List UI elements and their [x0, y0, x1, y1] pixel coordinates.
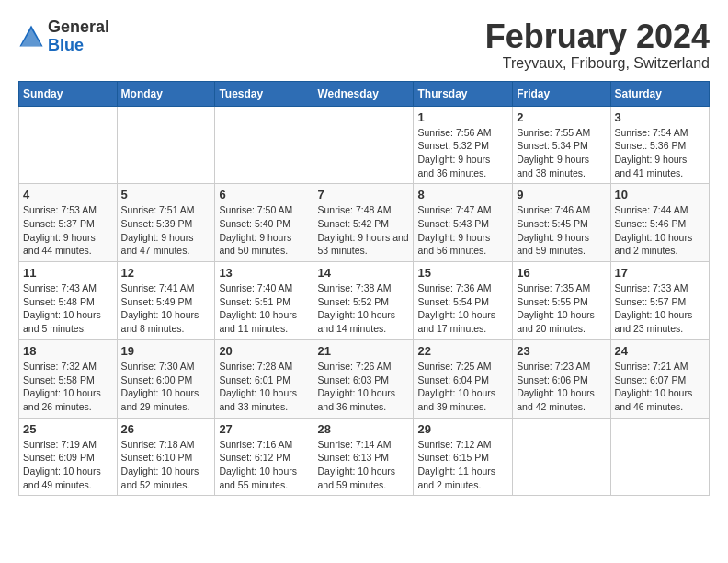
calendar-cell: 21Sunrise: 7:26 AM Sunset: 6:03 PM Dayli… — [313, 339, 414, 418]
day-number: 28 — [317, 422, 409, 436]
calendar-cell: 7Sunrise: 7:48 AM Sunset: 5:42 PM Daylig… — [313, 184, 414, 262]
day-info: Sunrise: 7:50 AM Sunset: 5:40 PM Dayligh… — [219, 203, 309, 258]
calendar-body: 1Sunrise: 7:56 AM Sunset: 5:32 PM Daylig… — [19, 106, 710, 496]
calendar-cell: 5Sunrise: 7:51 AM Sunset: 5:39 PM Daylig… — [117, 184, 215, 262]
day-info: Sunrise: 7:54 AM Sunset: 5:36 PM Dayligh… — [615, 126, 705, 180]
logo: General Blue — [18, 18, 109, 55]
day-of-week-header: Sunday — [19, 81, 118, 106]
day-info: Sunrise: 7:18 AM Sunset: 6:10 PM Dayligh… — [121, 438, 211, 492]
day-number: 15 — [417, 266, 508, 280]
page-header: General Blue February 2024 Treyvaux, Fri… — [18, 18, 710, 72]
calendar-table: SundayMondayTuesdayWednesdayThursdayFrid… — [18, 81, 710, 497]
day-number: 18 — [23, 344, 113, 358]
calendar-cell: 2Sunrise: 7:55 AM Sunset: 5:34 PM Daylig… — [513, 106, 610, 184]
calendar-cell: 28Sunrise: 7:14 AM Sunset: 6:13 PM Dayli… — [313, 418, 414, 496]
day-info: Sunrise: 7:56 AM Sunset: 5:32 PM Dayligh… — [417, 126, 508, 180]
day-info: Sunrise: 7:51 AM Sunset: 5:39 PM Dayligh… — [121, 203, 211, 258]
calendar-cell: 20Sunrise: 7:28 AM Sunset: 6:01 PM Dayli… — [215, 339, 313, 418]
calendar-cell: 13Sunrise: 7:40 AM Sunset: 5:51 PM Dayli… — [215, 262, 313, 340]
main-title: February 2024 — [485, 18, 710, 55]
day-info: Sunrise: 7:26 AM Sunset: 6:03 PM Dayligh… — [317, 360, 409, 414]
day-info: Sunrise: 7:55 AM Sunset: 5:34 PM Dayligh… — [517, 126, 606, 180]
day-number: 8 — [417, 188, 508, 201]
header-row: SundayMondayTuesdayWednesdayThursdayFrid… — [19, 81, 710, 106]
day-number: 13 — [219, 266, 309, 280]
calendar-cell — [215, 106, 313, 184]
day-of-week-header: Friday — [513, 81, 610, 106]
day-info: Sunrise: 7:14 AM Sunset: 6:13 PM Dayligh… — [317, 438, 409, 492]
calendar-cell: 3Sunrise: 7:54 AM Sunset: 5:36 PM Daylig… — [610, 106, 709, 184]
day-info: Sunrise: 7:47 AM Sunset: 5:43 PM Dayligh… — [417, 203, 508, 258]
day-number: 9 — [517, 188, 606, 201]
calendar-cell: 26Sunrise: 7:18 AM Sunset: 6:10 PM Dayli… — [117, 418, 215, 496]
day-info: Sunrise: 7:40 AM Sunset: 5:51 PM Dayligh… — [219, 282, 309, 336]
day-info: Sunrise: 7:44 AM Sunset: 5:46 PM Dayligh… — [615, 203, 705, 258]
calendar-week-row: 25Sunrise: 7:19 AM Sunset: 6:09 PM Dayli… — [19, 418, 710, 496]
calendar-week-row: 1Sunrise: 7:56 AM Sunset: 5:32 PM Daylig… — [19, 106, 710, 184]
logo-text: General Blue — [48, 18, 109, 55]
calendar-cell: 18Sunrise: 7:32 AM Sunset: 5:58 PM Dayli… — [19, 339, 118, 418]
logo-icon — [18, 24, 44, 50]
day-info: Sunrise: 7:43 AM Sunset: 5:48 PM Dayligh… — [23, 282, 113, 336]
calendar-cell: 10Sunrise: 7:44 AM Sunset: 5:46 PM Dayli… — [610, 184, 709, 262]
calendar-cell: 14Sunrise: 7:38 AM Sunset: 5:52 PM Dayli… — [313, 262, 414, 340]
calendar-header: SundayMondayTuesdayWednesdayThursdayFrid… — [19, 81, 710, 106]
day-info: Sunrise: 7:53 AM Sunset: 5:37 PM Dayligh… — [23, 203, 113, 258]
day-number: 3 — [615, 110, 705, 124]
logo-blue-text: Blue — [48, 37, 109, 55]
day-of-week-header: Wednesday — [313, 81, 414, 106]
day-info: Sunrise: 7:32 AM Sunset: 5:58 PM Dayligh… — [23, 360, 113, 414]
day-info: Sunrise: 7:36 AM Sunset: 5:54 PM Dayligh… — [417, 282, 508, 336]
calendar-week-row: 18Sunrise: 7:32 AM Sunset: 5:58 PM Dayli… — [19, 339, 710, 418]
day-number: 2 — [517, 110, 606, 124]
day-info: Sunrise: 7:19 AM Sunset: 6:09 PM Dayligh… — [23, 438, 113, 492]
calendar-cell: 27Sunrise: 7:16 AM Sunset: 6:12 PM Dayli… — [215, 418, 313, 496]
calendar-cell: 24Sunrise: 7:21 AM Sunset: 6:07 PM Dayli… — [610, 339, 709, 418]
day-number: 14 — [317, 266, 409, 280]
day-number: 1 — [417, 110, 508, 124]
calendar-cell: 1Sunrise: 7:56 AM Sunset: 5:32 PM Daylig… — [414, 106, 513, 184]
day-number: 5 — [121, 188, 211, 201]
day-number: 22 — [417, 344, 508, 358]
calendar-cell: 8Sunrise: 7:47 AM Sunset: 5:43 PM Daylig… — [414, 184, 513, 262]
calendar-cell — [610, 418, 709, 496]
day-number: 29 — [417, 422, 508, 436]
calendar-cell: 11Sunrise: 7:43 AM Sunset: 5:48 PM Dayli… — [19, 262, 118, 340]
day-info: Sunrise: 7:25 AM Sunset: 6:04 PM Dayligh… — [417, 360, 508, 414]
title-section: February 2024 Treyvaux, Fribourg, Switze… — [485, 18, 710, 72]
calendar-week-row: 11Sunrise: 7:43 AM Sunset: 5:48 PM Dayli… — [19, 262, 710, 340]
day-number: 23 — [517, 344, 606, 358]
calendar-week-row: 4Sunrise: 7:53 AM Sunset: 5:37 PM Daylig… — [19, 184, 710, 262]
calendar-cell: 17Sunrise: 7:33 AM Sunset: 5:57 PM Dayli… — [610, 262, 709, 340]
calendar-cell: 22Sunrise: 7:25 AM Sunset: 6:04 PM Dayli… — [414, 339, 513, 418]
day-info: Sunrise: 7:41 AM Sunset: 5:49 PM Dayligh… — [121, 282, 211, 336]
day-info: Sunrise: 7:28 AM Sunset: 6:01 PM Dayligh… — [219, 360, 309, 414]
day-of-week-header: Thursday — [414, 81, 513, 106]
day-number: 16 — [517, 266, 606, 280]
day-info: Sunrise: 7:23 AM Sunset: 6:06 PM Dayligh… — [517, 360, 606, 414]
calendar-cell: 19Sunrise: 7:30 AM Sunset: 6:00 PM Dayli… — [117, 339, 215, 418]
day-number: 25 — [23, 422, 113, 436]
day-info: Sunrise: 7:33 AM Sunset: 5:57 PM Dayligh… — [615, 282, 705, 336]
logo-general-text: General — [48, 18, 109, 37]
day-number: 7 — [317, 188, 409, 201]
day-info: Sunrise: 7:30 AM Sunset: 6:00 PM Dayligh… — [121, 360, 211, 414]
calendar-cell: 23Sunrise: 7:23 AM Sunset: 6:06 PM Dayli… — [513, 339, 610, 418]
day-info: Sunrise: 7:35 AM Sunset: 5:55 PM Dayligh… — [517, 282, 606, 336]
calendar-cell: 15Sunrise: 7:36 AM Sunset: 5:54 PM Dayli… — [414, 262, 513, 340]
calendar-cell — [117, 106, 215, 184]
day-info: Sunrise: 7:16 AM Sunset: 6:12 PM Dayligh… — [219, 438, 309, 492]
day-info: Sunrise: 7:12 AM Sunset: 6:15 PM Dayligh… — [417, 438, 508, 492]
day-number: 10 — [615, 188, 705, 201]
day-of-week-header: Tuesday — [215, 81, 313, 106]
day-number: 27 — [219, 422, 309, 436]
day-info: Sunrise: 7:46 AM Sunset: 5:45 PM Dayligh… — [517, 203, 606, 258]
svg-marker-1 — [21, 29, 41, 46]
day-number: 26 — [121, 422, 211, 436]
day-number: 17 — [615, 266, 705, 280]
day-of-week-header: Monday — [117, 81, 215, 106]
day-number: 24 — [615, 344, 705, 358]
day-number: 11 — [23, 266, 113, 280]
calendar-cell: 9Sunrise: 7:46 AM Sunset: 5:45 PM Daylig… — [513, 184, 610, 262]
subtitle: Treyvaux, Fribourg, Switzerland — [485, 55, 710, 72]
